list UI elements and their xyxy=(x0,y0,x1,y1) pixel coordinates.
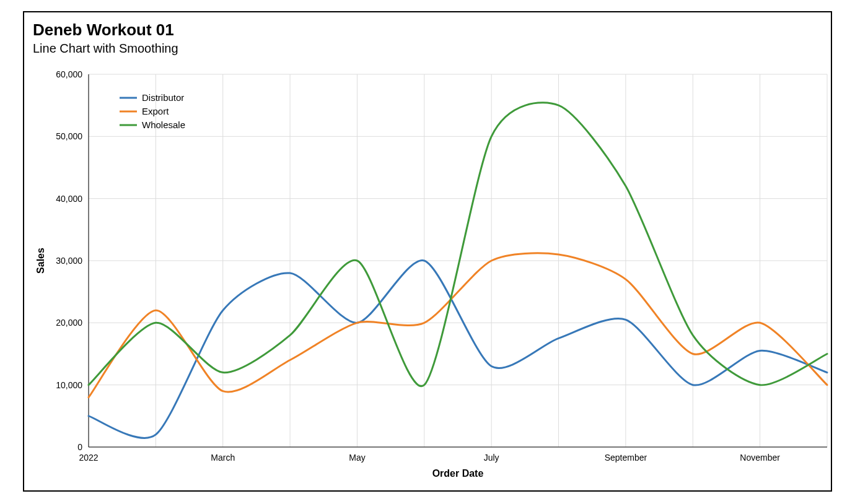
legend-label: Wholesale xyxy=(142,119,185,130)
y-axis: 010,00020,00030,00040,00050,00060,000 xyxy=(56,69,89,452)
chart-frame: Deneb Workout 01 Line Chart with Smoothi… xyxy=(23,11,832,492)
plot-area: 010,00020,00030,00040,00050,00060,000202… xyxy=(24,12,831,490)
x-tick-label: September xyxy=(605,453,647,463)
x-tick-label: March xyxy=(211,453,235,463)
series-wholesale xyxy=(89,103,827,386)
y-tick-label: 0 xyxy=(77,442,82,452)
y-tick-label: 30,000 xyxy=(56,256,82,266)
x-tick-label: May xyxy=(349,453,365,463)
x-tick-label: November xyxy=(740,453,780,463)
legend-label: Distributor xyxy=(142,92,184,103)
x-tick-label: July xyxy=(484,453,499,463)
gridlines xyxy=(89,74,827,447)
legend: DistributorExportWholesale xyxy=(120,92,185,130)
legend-label: Export xyxy=(142,106,169,116)
series-distributor xyxy=(89,260,827,438)
y-tick-label: 50,000 xyxy=(56,131,82,141)
y-tick-label: 20,000 xyxy=(56,318,82,328)
series-group xyxy=(89,103,827,438)
y-tick-label: 60,000 xyxy=(56,69,82,79)
chart-svg: 010,00020,00030,00040,00050,00060,000202… xyxy=(24,12,833,493)
x-tick-label: 2022 xyxy=(79,453,98,463)
y-axis-title: Sales xyxy=(35,248,46,274)
x-axis: 2022MarchMayJulySeptemberNovember xyxy=(79,447,827,463)
y-tick-label: 10,000 xyxy=(56,380,82,390)
x-axis-title: Order Date xyxy=(432,468,484,479)
y-tick-label: 40,000 xyxy=(56,194,82,204)
